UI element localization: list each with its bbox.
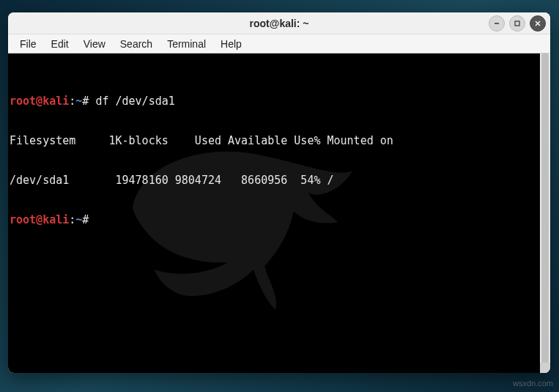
- watermark-text: wsxdn.com: [513, 379, 553, 388]
- terminal-line: root@kali:~#: [10, 213, 538, 226]
- prompt-sep: :: [69, 95, 75, 108]
- svg-rect-1: [515, 21, 519, 26]
- maximize-button[interactable]: [509, 15, 525, 32]
- terminal-area: root@kali:~# df /dev/sda1 Filesystem 1K-…: [8, 53, 550, 373]
- window-controls: [489, 15, 546, 32]
- scrollbar-corner: [540, 363, 550, 373]
- output-header: Filesystem 1K-blocks Used Available Use%…: [10, 134, 538, 147]
- menubar: File Edit View Search Terminal Help: [8, 34, 550, 53]
- prompt-user-host: root@kali: [10, 213, 69, 226]
- command-text: df /dev/sda1: [95, 95, 174, 108]
- terminal-content[interactable]: root@kali:~# df /dev/sda1 Filesystem 1K-…: [8, 53, 540, 373]
- prompt-path: ~: [75, 213, 82, 226]
- menu-file[interactable]: File: [12, 36, 44, 52]
- scrollbar-thumb[interactable]: [541, 53, 549, 373]
- prompt-path: ~: [75, 95, 82, 108]
- window-title: root@kali: ~: [250, 18, 309, 29]
- terminal-window: root@kali: ~ File Edit View Search Termi…: [8, 12, 550, 373]
- output-row: /dev/sda1 19478160 9804724 8660956 54% /: [10, 174, 538, 187]
- menu-view[interactable]: View: [76, 36, 113, 52]
- menu-help[interactable]: Help: [213, 36, 249, 52]
- vertical-scrollbar[interactable]: [540, 53, 550, 373]
- prompt-sep: :: [69, 213, 75, 226]
- titlebar[interactable]: root@kali: ~: [8, 12, 550, 34]
- menu-terminal[interactable]: Terminal: [160, 36, 213, 52]
- terminal-line: root@kali:~# df /dev/sda1: [10, 95, 538, 108]
- menu-edit[interactable]: Edit: [44, 36, 76, 52]
- minimize-button[interactable]: [489, 15, 505, 32]
- close-button[interactable]: [530, 15, 546, 32]
- prompt-user-host: root@kali: [10, 95, 69, 108]
- menu-search[interactable]: Search: [113, 36, 160, 52]
